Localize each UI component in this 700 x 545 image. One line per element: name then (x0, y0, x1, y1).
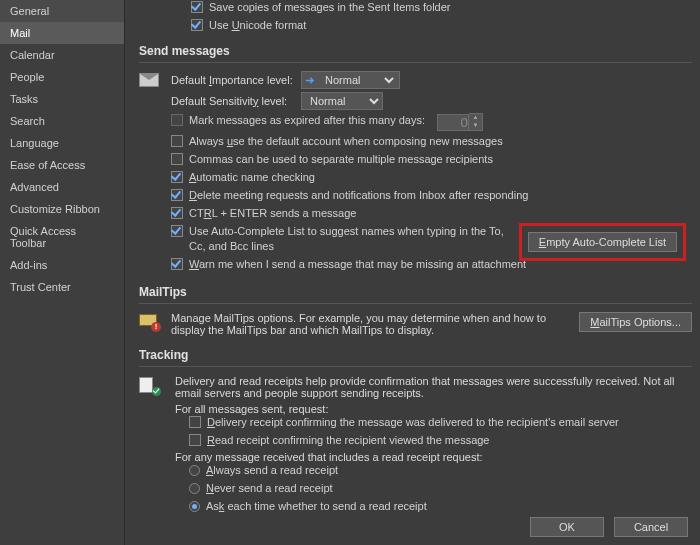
checkbox-save-copies[interactable] (191, 1, 203, 13)
label-sensitivity: Default Sensitivity level: (171, 94, 301, 109)
select-importance-wrap[interactable]: Normal (301, 71, 400, 89)
label-ctrl-enter: CTRL + ENTER sends a message (189, 206, 356, 221)
select-importance[interactable]: Normal (317, 72, 397, 88)
empty-autocomplete-button[interactable]: Empty Auto-Complete List (528, 232, 677, 252)
section-title-mailtips: MailTips (139, 281, 692, 301)
sidebar-item-advanced[interactable]: Advanced (0, 176, 124, 198)
sidebar-item-calendar[interactable]: Calendar (0, 44, 124, 66)
sidebar-item-quick-access-toolbar[interactable]: Quick Access Toolbar (0, 220, 124, 254)
checkbox-delivery-receipt[interactable] (189, 416, 201, 428)
cancel-button[interactable]: Cancel (614, 517, 688, 537)
section-title-send: Send messages (139, 40, 692, 60)
ok-button[interactable]: OK (530, 517, 604, 537)
sidebar-item-language[interactable]: Language (0, 132, 124, 154)
checkbox-auto-name[interactable] (171, 171, 183, 183)
expire-days-field[interactable]: ▲▼ (437, 113, 483, 131)
radio-ask-each[interactable] (189, 501, 200, 512)
label-always-default: Always use the default account when comp… (189, 134, 503, 149)
divider (139, 303, 692, 304)
sidebar-item-search[interactable]: Search (0, 110, 124, 132)
checkbox-ctrl-enter[interactable] (171, 207, 183, 219)
checkbox-commas[interactable] (171, 153, 183, 165)
divider (139, 366, 692, 367)
envelope-icon (139, 71, 161, 275)
label-delete-meeting: Delete meeting requests and notification… (189, 188, 528, 203)
checkbox-always-default[interactable] (171, 135, 183, 147)
sidebar-item-trust-center[interactable]: Trust Center (0, 276, 124, 298)
expire-days-input[interactable] (437, 114, 469, 131)
label-ask-each: Ask each time whether to send a read rec… (206, 499, 427, 514)
checkbox-expire[interactable] (171, 114, 183, 126)
mailtips-description: Manage MailTips options. For example, yo… (171, 312, 564, 336)
label-warn-attach: Warn me when I send a message that may b… (189, 257, 526, 272)
label-never-send: Never send a read receipt (206, 481, 333, 496)
label-commas: Commas can be used to separate multiple … (189, 152, 493, 167)
checkbox-unicode[interactable] (191, 19, 203, 31)
label-unicode: Use Unicode format (209, 18, 306, 33)
tracking-description: Delivery and read receipts help provide … (171, 375, 692, 399)
dialog-footer: OK Cancel (530, 517, 688, 537)
sidebar-item-add-ins[interactable]: Add-ins (0, 254, 124, 276)
mailtips-options-button[interactable]: MailTips Options... (579, 312, 692, 332)
arrow-icon (304, 75, 315, 86)
sidebar: General Mail Calendar People Tasks Searc… (0, 0, 125, 545)
main-panel: Save copies of messages in the Sent Item… (125, 0, 700, 545)
select-sensitivity[interactable]: Normal (301, 92, 383, 110)
sidebar-item-general[interactable]: General (0, 0, 124, 22)
label-importance: Default Importance level: (171, 73, 301, 88)
checkbox-autocomplete[interactable] (171, 225, 183, 237)
label-all-sent: For all messages sent, request: (171, 403, 692, 415)
checkbox-delete-meeting[interactable] (171, 189, 183, 201)
label-any-recv: For any message received that includes a… (171, 451, 692, 463)
label-autocomplete: Use Auto-Complete List to suggest names … (189, 224, 519, 254)
sidebar-item-mail[interactable]: Mail (0, 22, 124, 44)
sidebar-item-people[interactable]: People (0, 66, 124, 88)
label-delivery-receipt: Delivery receipt confirming the message … (207, 415, 619, 430)
label-save-copies: Save copies of messages in the Sent Item… (209, 0, 451, 15)
tracking-icon (139, 375, 161, 517)
radio-always-send[interactable] (189, 465, 200, 476)
spinner-icon[interactable]: ▲▼ (469, 113, 483, 131)
label-read-receipt: Read receipt confirming the recipient vi… (207, 433, 490, 448)
highlight-box: Empty Auto-Complete List (519, 223, 686, 261)
radio-never-send[interactable] (189, 483, 200, 494)
sidebar-item-customize-ribbon[interactable]: Customize Ribbon (0, 198, 124, 220)
sidebar-item-tasks[interactable]: Tasks (0, 88, 124, 110)
label-auto-name: Automatic name checking (189, 170, 315, 185)
mailtips-icon: ! (139, 312, 161, 336)
section-title-tracking: Tracking (139, 344, 692, 364)
checkbox-read-receipt[interactable] (189, 434, 201, 446)
label-always-send: Always send a read receipt (206, 463, 338, 478)
sidebar-item-ease-of-access[interactable]: Ease of Access (0, 154, 124, 176)
label-expire: Mark messages as expired after this many… (189, 113, 425, 128)
checkbox-warn-attach[interactable] (171, 258, 183, 270)
divider (139, 62, 692, 63)
